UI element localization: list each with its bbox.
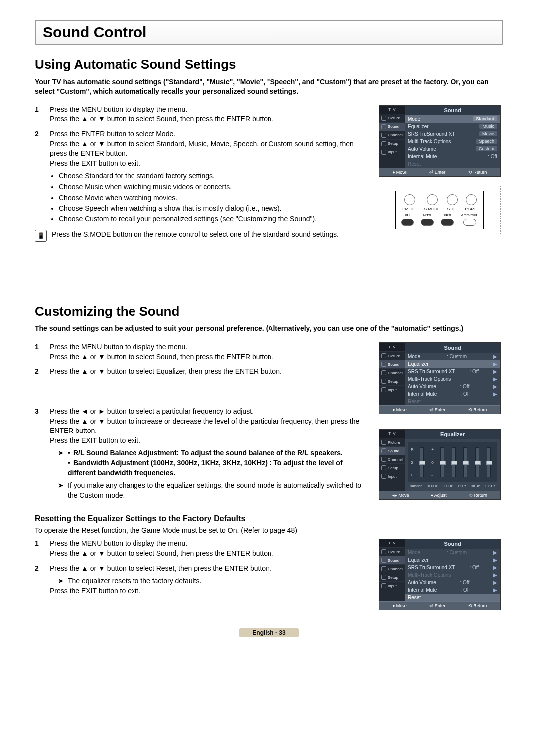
osd-row-value: : Custom xyxy=(447,550,467,555)
osd-title: Sound xyxy=(405,343,500,353)
osd-row-label: Mode xyxy=(408,354,420,359)
step-number: 3 xyxy=(35,407,43,500)
step-line: Press the ENTER button to select Mode. xyxy=(50,129,364,139)
osd-foot-return: ⟲ Return xyxy=(468,603,487,608)
osd-row-label: Reset xyxy=(408,595,421,600)
mode-option: Standard xyxy=(473,116,497,121)
channel-icon xyxy=(381,457,386,462)
picture-icon xyxy=(381,353,386,358)
side-item-label: Channel xyxy=(388,457,403,462)
osd-row-label: Reset xyxy=(408,399,421,404)
remote-btn-label: SRS xyxy=(443,213,451,217)
remote-oval-icon xyxy=(421,219,434,226)
step-line: Press the ▲ or ▼ button to select Sound,… xyxy=(50,114,364,124)
chevron-right-icon: ▶ xyxy=(493,376,497,382)
osd-row-value: : Custom xyxy=(447,354,467,359)
osd-row-label: Internal Mute xyxy=(408,154,437,159)
remote-psize-icon xyxy=(466,194,477,205)
remote-oval-icon xyxy=(401,219,414,226)
side-item-label: Sound xyxy=(388,124,399,129)
osd-foot-enter: ⏎ Enter xyxy=(429,407,445,412)
chevron-right-icon: ▶ xyxy=(493,384,497,389)
osd-row-value: : Off xyxy=(488,154,497,159)
bullet: Choose Speech when watching a show that … xyxy=(59,204,364,214)
osd-foot-return: ⟲ Return xyxy=(469,493,488,498)
arrow-icon: ➤ xyxy=(58,576,64,586)
remote-diagram: P.MODE S.MODE STILL P.SIZE SLI MTS SRS A… xyxy=(379,186,501,234)
side-item-label: Setup xyxy=(388,575,398,580)
side-item-label: Sound xyxy=(388,558,399,563)
chevron-right-icon: ▶ xyxy=(493,572,497,578)
osd-row-label: SRS TruSurround XT xyxy=(408,131,455,137)
osd-foot-move: ♦ Move xyxy=(393,407,407,412)
side-item-label: Setup xyxy=(388,141,398,146)
step-line: Press the MENU button to display the men… xyxy=(50,539,364,549)
osd-equalizer: T V Picture Sound Channel Setup Input Eq… xyxy=(379,429,501,500)
page-footer: English - 33 xyxy=(35,629,503,636)
auto-heading: Using Automatic Sound Settings xyxy=(35,57,503,72)
auto-intro: Your TV has automatic sound settings ("S… xyxy=(35,77,503,96)
remote-btn-label: P.SIZE xyxy=(465,207,477,211)
chevron-right-icon: ▶ xyxy=(493,565,497,570)
osd-row-label: Auto Volume xyxy=(408,580,436,585)
osd-foot-return: ⟲ Return xyxy=(468,170,487,175)
osd-row-label: Equalizer xyxy=(408,557,429,563)
side-item-label: Setup xyxy=(388,379,398,384)
mode-option: Music xyxy=(479,124,497,129)
osd-tv-label: T V xyxy=(379,430,405,438)
osd-row-label: Multi-Track Options xyxy=(408,572,451,578)
osd-row-label: Internal Mute xyxy=(408,587,437,593)
osd-row-value: : Off xyxy=(469,369,479,374)
sound-icon xyxy=(381,558,386,563)
remote-btn-label: MTS xyxy=(423,213,432,217)
osd-tv-label: T V xyxy=(379,106,405,114)
osd-title: Equalizer xyxy=(405,430,500,439)
channel-icon xyxy=(381,566,386,571)
input-icon xyxy=(381,387,386,392)
reset-intro: To operate the Reset function, the Game … xyxy=(35,526,364,534)
eq-band-label: 1KHz xyxy=(458,484,466,488)
input-icon xyxy=(381,474,386,479)
section-title-bar: Sound Control xyxy=(35,20,503,45)
remote-still-icon xyxy=(447,194,458,205)
step-number: 1 xyxy=(35,105,43,124)
remote-oval-icon xyxy=(463,219,476,226)
input-icon xyxy=(381,150,386,155)
osd-row-label: Internal Mute xyxy=(408,391,437,397)
side-item-label: Setup xyxy=(388,466,398,470)
step-line: Press the ▲ or ▼ button to increase or d… xyxy=(50,417,364,436)
smode-note-text: Press the S.MODE button on the remote co… xyxy=(52,230,339,242)
chevron-right-icon: ▶ xyxy=(493,354,497,359)
side-item-label: Sound xyxy=(388,362,399,367)
side-item-label: Picture xyxy=(388,550,400,554)
step-line: Press the EXIT button to exit. xyxy=(50,436,364,446)
step-number: 2 xyxy=(35,129,43,225)
custom-step-2: 2 Press the ▲ or ▼ button to select Equa… xyxy=(35,367,364,377)
step-line: Press the ▲ or ▼ button to select Sound,… xyxy=(50,549,364,559)
bullet: Choose Standard for the standard factory… xyxy=(59,171,364,181)
osd-foot-return: ⟲ Return xyxy=(468,407,487,412)
chevron-right-icon: ▶ xyxy=(493,361,497,367)
osd-row-label: Mode xyxy=(408,550,420,555)
remote-oval-icon xyxy=(441,219,454,226)
mode-option: Movie xyxy=(479,131,497,136)
remote-btn-label: S.MODE xyxy=(424,207,440,211)
arrow-icon: ➤ xyxy=(58,481,64,500)
step-line: Press the ▲ or ▼ button to select Standa… xyxy=(50,139,364,159)
osd-row-label: Reset xyxy=(408,161,421,167)
reset-arrow-note: The equalizer resets to the factory defa… xyxy=(68,576,201,586)
reset-step-1: 1 Press the MENU button to display the m… xyxy=(35,539,364,558)
input-icon xyxy=(381,583,386,588)
side-item-label: Channel xyxy=(388,567,403,571)
remote-note-icon: 📱 xyxy=(35,230,47,242)
step-number: 1 xyxy=(35,539,43,558)
step-line: Press the MENU button to display the men… xyxy=(50,105,364,115)
remote-btn-label: STILL xyxy=(447,207,458,211)
osd-row-value: : Off xyxy=(460,580,470,585)
osd-row-label: Auto Volume xyxy=(408,146,436,152)
remote-btn-label: ADD/DEL xyxy=(461,213,478,217)
osd-row-label: SRS TruSurround XT xyxy=(408,565,455,570)
step-number: 2 xyxy=(35,564,43,596)
side-item-label: Input xyxy=(388,584,397,588)
bullet: Choose Music when watching music videos … xyxy=(59,182,364,192)
